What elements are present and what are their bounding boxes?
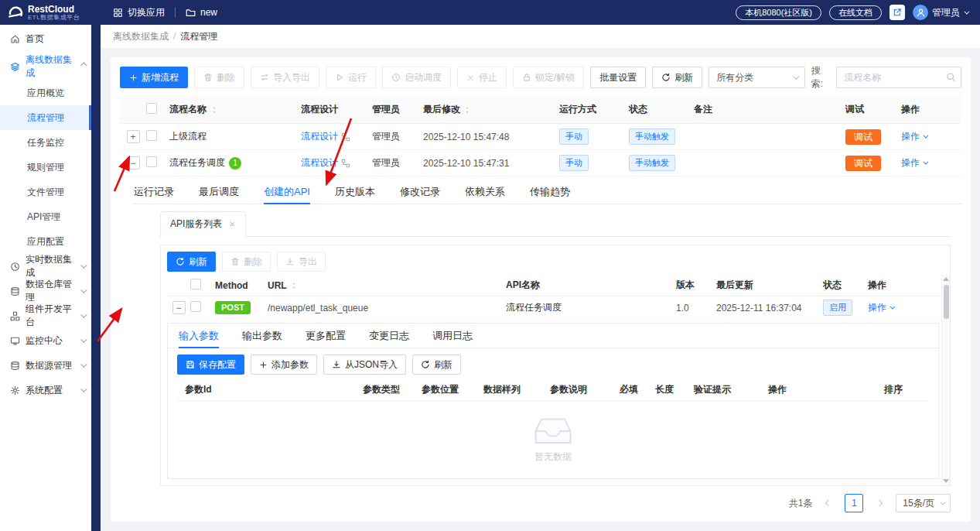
save-config-label: 保存配置 [199, 358, 236, 372]
sidebar-item-api-management[interactable]: API管理 [0, 204, 91, 229]
tab-change-log[interactable]: 变更日志 [369, 324, 409, 348]
next-page-button[interactable] [870, 494, 889, 512]
column-header-modified: 最后修改 [423, 103, 559, 116]
flow-design-link[interactable]: 流程设计 [301, 156, 338, 170]
sidebar-item-label: 数据源管理 [26, 359, 72, 372]
breadcrumb-parent[interactable]: 离线数据集成 [113, 30, 169, 43]
tab-created-api[interactable]: 创建的API [264, 180, 310, 204]
category-filter-select[interactable]: 所有分类 [709, 67, 804, 88]
top-right-area: 本机8080(社区版) 在线文档 管理员 [736, 5, 980, 20]
chevron-down-icon [923, 159, 928, 165]
vertical-scrollbar [941, 275, 950, 485]
user-menu[interactable]: 管理员 [913, 5, 968, 20]
lock-unlock-button[interactable]: 锁定/解锁 [513, 67, 584, 88]
tab-history-versions[interactable]: 历史版本 [335, 180, 375, 204]
sidebar-item-realtime-integration[interactable]: 实时数据集成 [0, 254, 91, 279]
avatar [913, 5, 928, 20]
sidebar-item-offline-integration[interactable]: 离线数据集成 [0, 53, 91, 81]
empty-state: 暂无数据 [168, 401, 938, 478]
row-checkbox[interactable] [146, 156, 157, 167]
start-schedule-button[interactable]: 启动调度 [382, 67, 451, 88]
scroll-up-arrow[interactable] [943, 277, 949, 281]
select-all-checkbox[interactable] [146, 103, 157, 114]
flow-search-input[interactable] [836, 67, 961, 88]
sidebar-item-system-config[interactable]: 系统配置 [0, 378, 91, 403]
workspace-label: new [200, 7, 217, 18]
flow-design-link[interactable]: 流程设计 [301, 130, 338, 143]
row-expand-toggle[interactable]: + [127, 130, 140, 143]
sort-icon[interactable] [210, 106, 218, 114]
api-export-button[interactable]: 导出 [277, 252, 326, 272]
column-header-sort: 排序 [878, 383, 929, 396]
delete-flow-button[interactable]: 删除 [194, 67, 244, 88]
sidebar-item-rule-management[interactable]: 规则管理 [0, 155, 91, 180]
scroll-down-arrow[interactable] [943, 479, 949, 483]
api-service-list-tab[interactable]: API服务列表 [160, 211, 246, 237]
sidebar-item-component-platform[interactable]: 组件开发平台 [0, 303, 91, 328]
pagination: 共1条 1 15条/页 [160, 494, 951, 512]
tab-run-records[interactable]: 运行记录 [134, 180, 174, 204]
sidebar-item-warehouse-management[interactable]: 数据仓库管理 [0, 279, 91, 303]
api-row-expand-toggle[interactable]: − [172, 301, 186, 314]
api-select-all-checkbox[interactable] [190, 279, 201, 289]
tab-change-records[interactable]: 修改记录 [400, 180, 440, 204]
sort-icon[interactable] [290, 282, 298, 289]
online-docs-button[interactable]: 在线文档 [829, 5, 882, 20]
host-badge[interactable]: 本机8080(社区版) [736, 5, 821, 20]
breadcrumb: 离线数据集成 / 流程管理 [101, 25, 980, 48]
tab-call-log[interactable]: 调用日志 [432, 324, 473, 348]
tab-output-params[interactable]: 输出参数 [242, 324, 282, 348]
sidebar-item-datasource-management[interactable]: 数据源管理 [0, 353, 91, 378]
row-expand-toggle[interactable]: − [127, 156, 140, 170]
workspace-button[interactable]: new [186, 7, 217, 18]
import-export-button[interactable]: 导入导出 [251, 67, 319, 88]
page-number-button[interactable]: 1 [845, 494, 863, 512]
sort-icon[interactable] [463, 106, 471, 114]
debug-button[interactable]: 调试 [845, 129, 881, 145]
run-flow-button[interactable]: 运行 [326, 67, 376, 88]
stop-flow-button[interactable]: 停止 [457, 67, 507, 88]
debug-button[interactable]: 调试 [845, 156, 881, 171]
row-checkbox[interactable] [146, 130, 157, 141]
sidebar-item-monitor-center[interactable]: 监控中心 [0, 328, 91, 353]
action-label: 操作 [868, 301, 886, 314]
sidebar-item-label: 监控中心 [26, 334, 63, 348]
prev-page-button[interactable] [819, 494, 838, 512]
api-refresh-button[interactable]: 刷新 [167, 252, 216, 272]
quick-launch-button[interactable] [890, 5, 905, 20]
row-action-dropdown[interactable]: 操作 [901, 156, 927, 170]
column-header-flow-design: 流程设计 [301, 103, 372, 116]
tab-more-config[interactable]: 更多配置 [306, 324, 346, 348]
scrollbar-thumb[interactable] [944, 285, 949, 319]
search-area: 搜索: [811, 64, 961, 91]
close-icon[interactable] [229, 221, 236, 228]
api-row-checkbox[interactable] [190, 301, 201, 312]
sidebar-item-file-management[interactable]: 文件管理 [0, 180, 91, 204]
new-flow-button[interactable]: 新增流程 [120, 67, 188, 88]
api-action-dropdown[interactable]: 操作 [868, 301, 893, 314]
user-name: 管理员 [932, 6, 960, 19]
tab-last-schedule[interactable]: 最后调度 [199, 180, 239, 204]
tab-input-params[interactable]: 输入参数 [179, 324, 219, 348]
param-refresh-button[interactable]: 刷新 [412, 355, 461, 375]
switch-app-button[interactable]: 切换应用 [113, 6, 165, 19]
sidebar-item-flow-management[interactable]: 流程管理 [0, 105, 91, 130]
batch-settings-button[interactable]: 批量设置 [590, 67, 646, 88]
sidebar-item-app-overview[interactable]: 应用概览 [0, 81, 91, 105]
column-header-data-sample: 数据样列 [477, 383, 544, 396]
sidebar-item-app-config[interactable]: 应用配置 [0, 229, 91, 254]
sidebar-item-task-monitor[interactable]: 任务监控 [0, 130, 91, 155]
api-delete-button[interactable]: 删除 [222, 252, 271, 272]
launch-icon [893, 8, 902, 17]
page-size-select[interactable]: 15条/页 [896, 494, 951, 512]
logo-subtitle: ETL数据集成平台 [28, 14, 80, 21]
add-parameter-button[interactable]: 添加参数 [251, 355, 317, 375]
tab-transfer-trend[interactable]: 传输趋势 [530, 180, 570, 204]
refresh-flows-button[interactable]: 刷新 [652, 67, 702, 88]
import-json-label: 从JSON导入 [345, 358, 398, 372]
save-config-button[interactable]: 保存配置 [177, 355, 244, 375]
sidebar-item-home[interactable]: 首页 [0, 25, 91, 53]
import-json-button[interactable]: 从JSON导入 [323, 355, 406, 375]
row-action-dropdown[interactable]: 操作 [901, 130, 927, 143]
tab-dependencies[interactable]: 依赖关系 [465, 180, 505, 204]
